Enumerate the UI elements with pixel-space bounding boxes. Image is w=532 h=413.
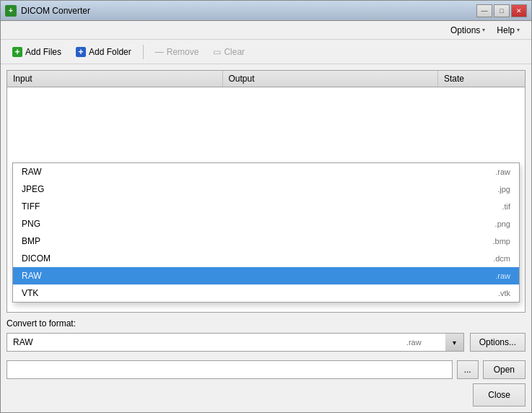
maximize-button[interactable]: □ bbox=[494, 4, 510, 17]
title-bar: + DICOM Converter — □ ✕ bbox=[1, 1, 531, 21]
format-dropdown-arrow[interactable]: ▾ bbox=[445, 333, 464, 352]
close-action-button[interactable]: Close bbox=[473, 383, 526, 407]
chevron-down-icon: ▾ bbox=[453, 339, 456, 347]
bottom-buttons-row: Close bbox=[6, 383, 526, 407]
options-chevron-icon: ▾ bbox=[482, 27, 485, 33]
bottom-area: Convert to format: RAW .raw ▾ Options... bbox=[6, 313, 526, 407]
output-column-header: Output bbox=[223, 71, 439, 87]
format-display[interactable]: RAW .raw bbox=[6, 333, 464, 352]
remove-button[interactable]: — Remove bbox=[149, 45, 205, 59]
options-menu[interactable]: Options ▾ bbox=[445, 24, 491, 37]
format-select-wrapper: RAW .raw ▾ bbox=[6, 333, 464, 352]
input-column-header: Input bbox=[7, 71, 223, 87]
format-dropdown: RAW .raw JPEG .jpg TIFF .tif PNG .png bbox=[12, 162, 520, 303]
dropdown-item-jpeg[interactable]: JPEG .jpg bbox=[13, 181, 519, 198]
app-icon: + bbox=[5, 5, 17, 17]
help-chevron-icon: ▾ bbox=[517, 27, 520, 33]
open-button[interactable]: Open bbox=[483, 360, 526, 379]
help-menu[interactable]: Help ▾ bbox=[491, 24, 526, 37]
format-label: Convert to format: bbox=[6, 318, 76, 329]
minimize-button[interactable]: — bbox=[476, 4, 492, 17]
clear-icon: ▭ bbox=[213, 47, 221, 57]
window-close-button[interactable]: ✕ bbox=[511, 4, 527, 17]
state-column-header: State bbox=[438, 71, 525, 87]
title-bar-buttons: — □ ✕ bbox=[476, 4, 527, 17]
add-folder-button[interactable]: + Add Folder bbox=[70, 45, 137, 59]
dropdown-item-png[interactable]: PNG .png bbox=[13, 215, 519, 232]
output-row: ... Open bbox=[6, 360, 526, 379]
dropdown-item-tiff[interactable]: TIFF .tif bbox=[13, 198, 519, 215]
add-folder-icon: + bbox=[76, 47, 86, 57]
output-path-input[interactable] bbox=[6, 360, 453, 379]
format-selected-ext: .raw bbox=[406, 338, 422, 347]
dropdown-item-bmp[interactable]: BMP .bmp bbox=[13, 232, 519, 250]
toolbar-separator bbox=[143, 45, 144, 59]
window-title: DICOM Converter bbox=[21, 6, 476, 16]
add-files-icon: + bbox=[12, 47, 22, 57]
clear-button[interactable]: ▭ Clear bbox=[207, 45, 250, 59]
dropdown-item-raw-first[interactable]: RAW .raw bbox=[13, 163, 519, 181]
dropdown-item-dicom[interactable]: DICOM .dcm bbox=[13, 250, 519, 267]
dropdown-item-vtk[interactable]: VTK .vtk bbox=[13, 284, 519, 302]
format-options-button[interactable]: Options... bbox=[470, 333, 526, 352]
toolbar: + Add Files + Add Folder — Remove ▭ Clea… bbox=[1, 40, 531, 64]
table-header: Input Output State bbox=[7, 71, 525, 87]
format-selected-text: RAW bbox=[13, 337, 33, 347]
menu-bar: Options ▾ Help ▾ bbox=[1, 21, 531, 40]
format-row: Convert to format: bbox=[6, 318, 526, 329]
add-files-button[interactable]: + Add Files bbox=[6, 45, 67, 59]
main-content: Input Output State Convert to format: RA… bbox=[1, 64, 531, 412]
main-window: + DICOM Converter — □ ✕ Options ▾ Help ▾… bbox=[0, 0, 532, 413]
dropdown-item-raw-selected[interactable]: RAW .raw bbox=[13, 267, 519, 284]
remove-icon: — bbox=[155, 47, 164, 57]
browse-button[interactable]: ... bbox=[457, 360, 479, 379]
